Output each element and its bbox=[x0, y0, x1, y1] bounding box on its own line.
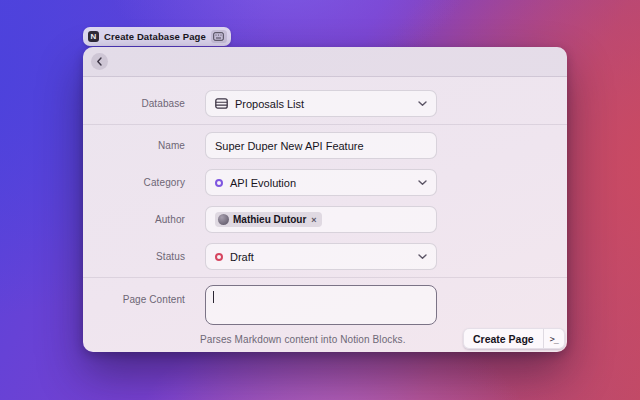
author-tag[interactable]: Mathieu Dutour × bbox=[215, 212, 322, 227]
back-button[interactable] bbox=[91, 53, 108, 70]
category-dropdown[interactable]: API Evolution bbox=[205, 169, 437, 196]
category-value: API Evolution bbox=[230, 177, 296, 189]
enter-key-icon: >_ bbox=[543, 329, 564, 348]
name-input[interactable] bbox=[205, 132, 437, 159]
name-label: Name bbox=[83, 140, 185, 151]
chevron-left-icon bbox=[96, 57, 103, 66]
status-label: Status bbox=[83, 251, 185, 262]
database-dropdown[interactable]: Proposals List bbox=[205, 90, 437, 117]
database-field-row: Database Proposals List bbox=[83, 90, 567, 117]
notion-icon: N bbox=[88, 31, 99, 42]
author-tag-field[interactable]: Mathieu Dutour × bbox=[205, 206, 437, 233]
status-value: Draft bbox=[230, 251, 254, 263]
category-ring-icon bbox=[215, 179, 223, 187]
text-caret bbox=[213, 291, 214, 303]
category-label: Category bbox=[83, 177, 185, 188]
status-dropdown[interactable]: Draft bbox=[205, 243, 437, 270]
x-icon[interactable]: × bbox=[310, 215, 316, 225]
name-field-row: Name bbox=[83, 132, 567, 159]
section-divider bbox=[83, 277, 567, 278]
database-label: Database bbox=[83, 98, 185, 109]
author-label: Author bbox=[83, 214, 185, 225]
page-content-label: Page Content bbox=[83, 285, 185, 305]
chevron-down-icon bbox=[418, 254, 427, 260]
window-header bbox=[83, 47, 567, 77]
status-field-row: Status Draft bbox=[83, 243, 567, 270]
chevron-down-icon bbox=[418, 101, 427, 107]
command-title: Create Database Page bbox=[104, 31, 206, 42]
author-field-row: Author Mathieu Dutour × bbox=[83, 206, 567, 233]
form-hint-text: Parses Markdown content into Notion Bloc… bbox=[200, 334, 406, 345]
create-page-button[interactable]: Create Page >_ bbox=[463, 328, 565, 349]
create-page-button-label: Create Page bbox=[464, 333, 543, 345]
chevron-down-icon bbox=[418, 180, 427, 186]
launcher-command-pill[interactable]: N Create Database Page bbox=[83, 27, 231, 46]
page-content-textarea[interactable] bbox=[205, 285, 437, 325]
section-divider bbox=[83, 124, 567, 125]
database-value: Proposals List bbox=[235, 98, 304, 110]
database-icon bbox=[215, 98, 228, 109]
keyboard-icon-glyph bbox=[213, 32, 224, 41]
status-ring-icon bbox=[215, 253, 223, 261]
page-content-field-row: Page Content bbox=[83, 285, 567, 325]
category-field-row: Category API Evolution bbox=[83, 169, 567, 196]
keyboard-icon[interactable] bbox=[211, 30, 227, 43]
author-tag-label: Mathieu Dutour bbox=[233, 214, 306, 225]
avatar-icon bbox=[218, 214, 229, 225]
create-database-page-window: Database Proposals List Name Category AP… bbox=[83, 47, 567, 352]
